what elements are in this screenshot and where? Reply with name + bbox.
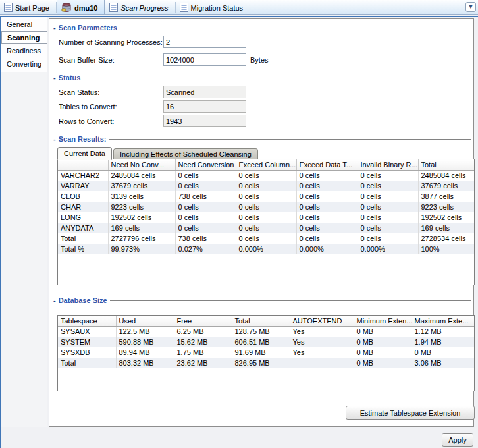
table-row[interactable]: Total2727796 cells738 cells0 cells0 cell… [58,233,474,244]
column-header[interactable]: Invalid Binary R... [358,159,418,170]
sidebar-item-converting[interactable]: Converting [1,57,47,70]
scan-status-label: Scan Status: [59,88,99,96]
scanning-processes-input[interactable] [163,36,246,48]
table-row[interactable]: LONG192502 cells0 cells0 cells0 cells0 c… [58,212,474,223]
table-cell: 0 cells [236,202,296,212]
tab-scan-progress[interactable]: Scan Progress [105,0,174,14]
table-cell: SYSTEM [58,337,116,347]
tables-to-convert-field[interactable] [163,100,246,113]
table-cell: 37679 cells [108,181,175,191]
sidebar-item-scanning[interactable]: Scanning [1,31,47,44]
dmu-window: { "ui": { "collapse_glyph": "-", "tab_me… [0,0,478,448]
table-cell: 0 cells [296,223,358,233]
database-icon [61,3,72,13]
table-cell: 128.75 MB [232,326,290,337]
tab-including-effects[interactable]: Including Effects of Scheduled Cleansing [113,148,258,159]
table-cell: 0 cells [358,223,418,233]
table-cell: 590.88 MB [116,337,174,347]
table-cell: 0 cells [358,170,418,181]
tab-current-data[interactable]: Current Data [57,147,112,160]
column-header[interactable]: Total [418,159,474,170]
section-title: Status [59,74,81,82]
tab-dmu10[interactable]: dmu10 [57,0,105,14]
column-header[interactable]: Free [174,316,232,326]
column-header[interactable] [58,159,108,170]
table-row[interactable]: CLOB3139 cells738 cells0 cells0 cells0 c… [58,191,474,202]
table-cell: 2485084 cells [418,170,474,181]
table-row[interactable]: SYSAUX122.5 MB6.25 MB128.75 MBYes0 MB1.1… [58,326,474,337]
table-cell: 0 cells [296,202,358,212]
table-row[interactable]: SYSXDB89.94 MB1.75 MB91.69 MBYes0 MB0 MB [58,347,474,358]
tab-list-dropdown-button[interactable]: ▼ [465,2,476,12]
table-cell: 0 MB [412,347,474,358]
estimate-tablespace-extension-button[interactable]: Estimate Tablespace Extension [346,406,475,420]
table-cell: Yes [290,337,354,347]
table-cell: Total [58,358,116,368]
table-cell: 0 cells [296,191,358,202]
tab-start-page[interactable]: Start Page [0,0,56,14]
document-icon [109,3,118,12]
column-header[interactable]: Exceed Column... [236,159,296,170]
frame-accent-line [0,16,478,17]
table-cell: 0 cells [358,191,418,202]
apply-button[interactable]: Apply [442,433,473,447]
scan-status-field[interactable] [163,86,246,98]
table-row[interactable]: VARCHAR22485084 cells0 cells0 cells0 cel… [58,170,474,181]
table-cell: 192502 cells [108,212,175,223]
column-header[interactable]: Used [116,316,174,326]
table-row[interactable]: Total %99.973%0.027%0.000%0.000%0.000%10… [58,244,474,254]
column-header[interactable]: Need Conversion [175,159,236,170]
collapse-toggle[interactable]: - [53,296,56,304]
scan-results-table: Need No Conv... Need Conversion Exceed C… [58,159,475,254]
column-header[interactable]: Maximum Exte... [412,316,474,326]
properties-nav: General Scanning Readiness Converting [1,17,47,427]
column-header[interactable]: Minimum Exten... [354,316,412,326]
table-cell: 9223 cells [108,202,175,212]
column-header[interactable]: AUTOEXTEND [290,316,354,326]
scan-buffer-size-input[interactable] [163,53,246,66]
collapse-toggle[interactable]: - [53,135,56,143]
table-row[interactable]: CHAR9223 cells0 cells0 cells0 cells0 cel… [58,202,474,212]
database-size-grid-panel: Tablespace Used Free Total AUTOEXTEND Mi… [57,315,475,391]
collapse-toggle[interactable]: - [53,24,56,32]
column-header[interactable]: Tablespace [58,316,116,326]
table-cell: VARRAY [58,181,108,191]
scanning-page-panel: - Scan Parameters Number of Scanning Pro… [49,18,474,427]
column-header[interactable]: Total [232,316,290,326]
table-cell: 0 MB [354,358,412,368]
table-cell: 0 cells [358,202,418,212]
section-database-size: - Database Size [53,296,471,305]
section-status: - Status [53,73,471,82]
table-cell: 3.06 MB [412,358,474,368]
tab-label: Start Page [15,3,49,12]
document-icon [180,3,188,12]
table-cell: 0.027% [175,244,236,254]
table-row[interactable]: VARRAY37679 cells0 cells0 cells0 cells0 … [58,181,474,191]
table-cell: Yes [290,347,354,358]
column-header[interactable]: Exceed Data T... [296,159,358,170]
sidebar-item-general[interactable]: General [1,18,47,31]
column-header[interactable]: Need No Conv... [108,159,175,170]
table-cell: 169 cells [418,223,474,233]
rows-to-convert-label: Rows to Convert: [59,117,114,125]
table-row[interactable]: ANYDATA169 cells0 cells0 cells0 cells0 c… [58,223,474,233]
table-row[interactable]: SYSTEM590.88 MB15.62 MB606.51 MBYes0 MB1… [58,337,474,347]
section-rule [110,300,471,301]
table-cell: 1.94 MB [412,337,474,347]
table-cell: SYSXDB [58,347,116,358]
rows-to-convert-field[interactable] [163,115,246,127]
sidebar-item-readiness[interactable]: Readiness [1,44,47,57]
table-cell: 0 MB [354,326,412,337]
tab-migration-status[interactable]: Migration Status [176,0,250,14]
section-rule [109,139,471,140]
section-title: Database Size [59,296,107,304]
table-cell: Total % [58,244,108,254]
chevron-down-icon: ▼ [468,3,474,10]
tab-label: Scan Progress [120,3,168,12]
footer-separator [0,428,478,428]
database-size-table: Tablespace Used Free Total AUTOEXTEND Mi… [58,316,475,368]
table-cell: 0 MB [354,337,412,347]
table-cell: 2727796 cells [108,233,175,244]
table-row[interactable]: Total803.32 MB23.62 MB826.95 MB0 MB3.06 … [58,358,474,368]
collapse-toggle[interactable]: - [53,74,56,82]
